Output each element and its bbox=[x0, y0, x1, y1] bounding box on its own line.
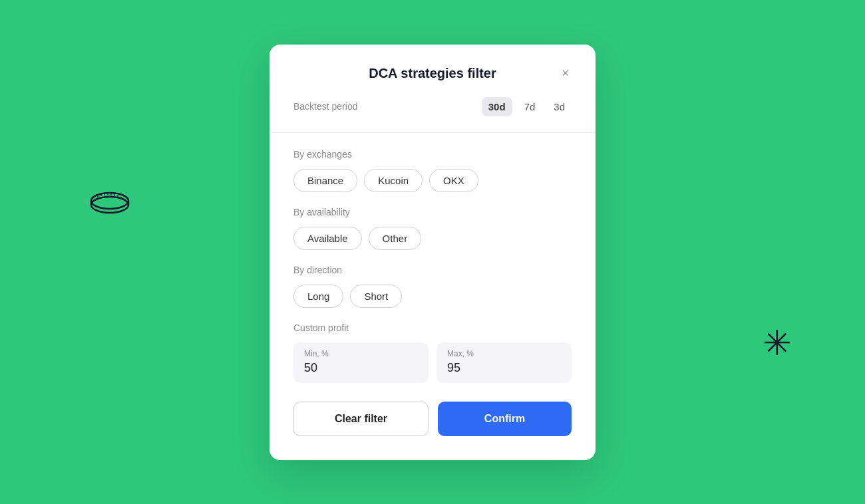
custom-profit-section: Custom profit Min, % Max, % bbox=[293, 322, 572, 383]
confirm-button[interactable]: Confirm bbox=[438, 402, 572, 436]
chip-okx[interactable]: OKX bbox=[429, 169, 478, 192]
direction-section: By direction Long Short bbox=[293, 265, 572, 308]
min-profit-wrapper: Min, % bbox=[293, 342, 429, 383]
period-buttons: 30d 7d 3d bbox=[482, 97, 572, 116]
exchanges-label: By exchanges bbox=[293, 149, 572, 160]
period-btn-7d[interactable]: 7d bbox=[518, 97, 542, 116]
modal: DCA strategies filter × Backtest period … bbox=[269, 45, 596, 460]
availability-label: By availability bbox=[293, 207, 572, 217]
min-profit-input[interactable] bbox=[304, 361, 418, 375]
chip-long[interactable]: Long bbox=[293, 285, 343, 308]
divider bbox=[269, 132, 596, 133]
direction-chips: Long Short bbox=[293, 285, 572, 308]
min-profit-label: Min, % bbox=[304, 349, 418, 358]
exchanges-chips: Binance Kucoin OKX bbox=[293, 169, 572, 192]
profit-inputs: Min, % Max, % bbox=[293, 342, 572, 383]
availability-chips: Available Other bbox=[293, 227, 572, 250]
modal-title: DCA strategies filter bbox=[369, 66, 496, 81]
exchanges-section: By exchanges Binance Kucoin OKX bbox=[293, 149, 572, 192]
period-btn-3d[interactable]: 3d bbox=[547, 97, 572, 116]
availability-section: By availability Available Other bbox=[293, 207, 572, 250]
action-buttons: Clear filter Confirm bbox=[293, 402, 572, 436]
backtest-row: Backtest period 30d 7d 3d bbox=[293, 97, 572, 116]
max-profit-input[interactable] bbox=[447, 361, 561, 375]
chip-short[interactable]: Short bbox=[350, 285, 402, 308]
chip-other[interactable]: Other bbox=[369, 227, 422, 250]
max-profit-wrapper: Max, % bbox=[436, 342, 572, 383]
chip-binance[interactable]: Binance bbox=[293, 169, 357, 192]
modal-header: DCA strategies filter × bbox=[293, 66, 572, 81]
direction-label: By direction bbox=[293, 265, 572, 275]
clear-filter-button[interactable]: Clear filter bbox=[293, 402, 429, 436]
close-button[interactable]: × bbox=[559, 64, 572, 82]
modal-overlay: DCA strategies filter × Backtest period … bbox=[0, 0, 865, 504]
chip-kucoin[interactable]: Kucoin bbox=[364, 169, 423, 192]
chip-available[interactable]: Available bbox=[293, 227, 362, 250]
period-btn-30d[interactable]: 30d bbox=[482, 97, 512, 116]
custom-profit-label: Custom profit bbox=[293, 322, 572, 333]
backtest-label: Backtest period bbox=[293, 101, 358, 112]
max-profit-label: Max, % bbox=[447, 349, 561, 358]
